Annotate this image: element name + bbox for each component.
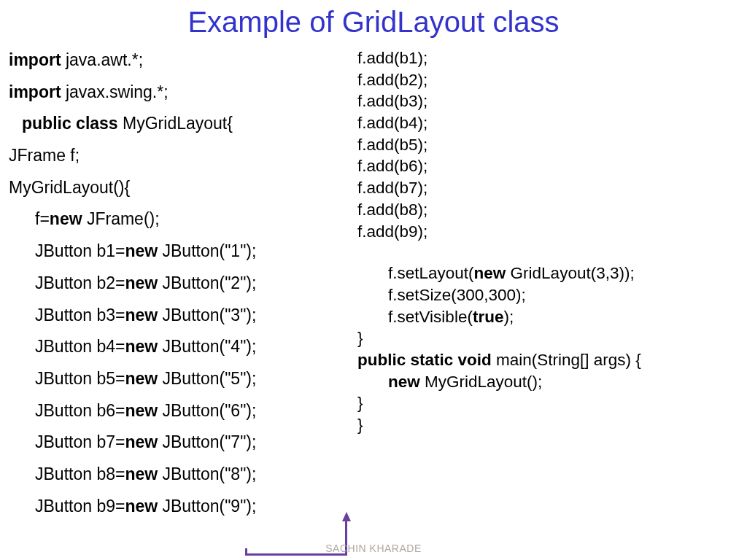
code-line: new MyGridLayout(); — [357, 371, 737, 393]
code-line: f.add(b8); — [357, 199, 737, 221]
code-line: JButton b7=new JButton("7"); — [9, 427, 357, 459]
code-line: JButton b2=new JButton("2"); — [9, 268, 357, 300]
code-line: public class MyGridLayout{ — [9, 108, 357, 140]
code-line: JButton b8=new JButton("8"); — [9, 459, 357, 491]
code-line: } — [357, 392, 737, 414]
slide-title: Example of GridLayout class — [0, 0, 747, 44]
code-line: JButton b6=new JButton("6"); — [9, 395, 357, 427]
code-line: JButton b3=new JButton("3"); — [9, 300, 357, 332]
code-line: f.setSize(300,300); — [357, 284, 737, 306]
code-line: import java.awt.*; — [9, 44, 357, 77]
code-line: f.add(b2); — [357, 69, 737, 91]
code-line: public static void main(String[] args) { — [357, 349, 737, 371]
code-line: f.add(b9); — [357, 221, 737, 243]
code-line: MyGridLayout(){ — [9, 172, 357, 204]
author-footer: SACHIN KHARADE — [325, 542, 421, 554]
code-line: f.add(b6); — [357, 155, 737, 177]
code-line: } — [357, 414, 737, 436]
code-line: f.setLayout(new GridLayout(3,3)); — [357, 262, 737, 284]
code-line: JButton b5=new JButton("5"); — [9, 363, 357, 395]
code-line: f.add(b1); — [357, 47, 737, 69]
code-line: f.add(b7); — [357, 177, 737, 199]
code-line: f.setVisible(true); — [357, 306, 737, 328]
blank-line — [357, 242, 737, 262]
right-code-column: f.add(b1); f.add(b2); f.add(b3); f.add(b… — [357, 44, 737, 522]
code-line: JButton b1=new JButton("1"); — [9, 236, 357, 268]
code-line: f=new JFrame(); — [9, 203, 357, 236]
code-line: f.add(b4); — [357, 112, 737, 134]
code-line: JButton b4=new JButton("4"); — [9, 331, 357, 363]
left-code-column: import java.awt.*; import javax.swing.*;… — [9, 44, 357, 522]
code-line: JFrame f; — [9, 140, 357, 172]
code-line: f.add(b5); — [357, 134, 737, 156]
code-line: import javax.swing.*; — [9, 77, 357, 109]
code-content: import java.awt.*; import javax.swing.*;… — [0, 44, 747, 522]
code-line: } — [357, 327, 737, 349]
code-line: f.add(b3); — [357, 90, 737, 112]
